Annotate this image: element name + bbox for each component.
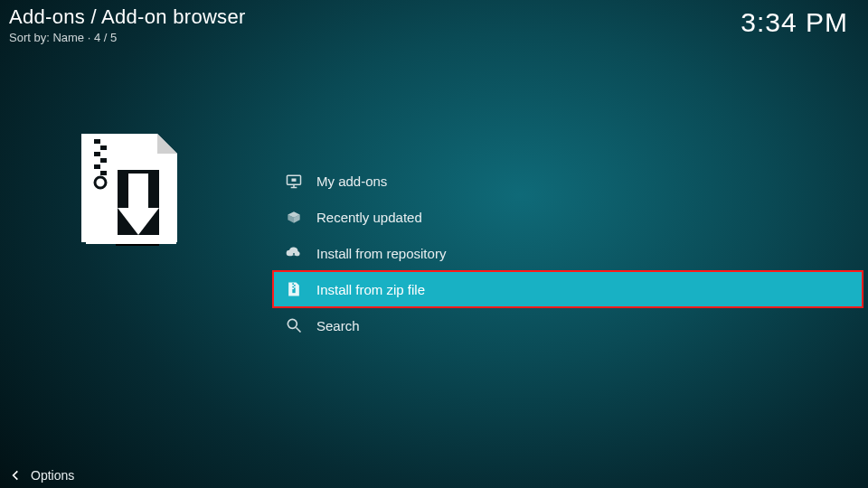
menu-item-search[interactable]: Search — [273, 307, 863, 343]
clock: 3:34 PM — [741, 7, 848, 38]
svg-rect-25 — [159, 166, 163, 242]
menu-item-label: Recently updated — [316, 210, 422, 225]
zip-file-icon — [284, 279, 304, 299]
svg-point-36 — [288, 319, 297, 328]
addon-browser-menu: My add-ons Recently updated Install from… — [273, 163, 863, 343]
menu-item-install-from-zip[interactable]: Install from zip file — [273, 271, 863, 307]
sort-value: Name — [52, 31, 84, 44]
svg-rect-15 — [94, 152, 100, 156]
cloud-download-icon — [284, 243, 304, 263]
menu-item-label: Search — [316, 318, 360, 333]
svg-rect-22 — [128, 174, 148, 208]
sort-prefix: Sort by: — [9, 31, 52, 44]
svg-rect-32 — [294, 285, 296, 286]
list-position: 4 / 5 — [94, 31, 117, 44]
svg-line-37 — [297, 328, 301, 333]
svg-rect-35 — [292, 289, 295, 293]
svg-rect-16 — [100, 158, 107, 163]
svg-rect-18 — [100, 171, 107, 175]
svg-rect-30 — [292, 179, 297, 182]
svg-rect-13 — [94, 139, 100, 144]
svg-rect-14 — [100, 145, 107, 150]
svg-rect-17 — [94, 164, 100, 169]
menu-item-install-from-repository[interactable]: Install from repository — [273, 235, 863, 271]
svg-rect-33 — [292, 286, 294, 288]
menu-item-label: My add-ons — [316, 174, 387, 189]
chevron-left-icon — [9, 468, 24, 483]
svg-rect-31 — [292, 283, 294, 285]
monitor-addon-icon — [284, 171, 304, 191]
svg-rect-34 — [294, 287, 296, 289]
open-box-icon — [284, 207, 304, 227]
search-icon — [284, 315, 304, 335]
sort-line: Sort by: Name · 4 / 5 — [9, 31, 246, 44]
menu-item-my-addons[interactable]: My add-ons — [273, 163, 863, 199]
options-label: Options — [31, 468, 74, 483]
options-button[interactable]: Options — [9, 468, 74, 483]
svg-rect-23 — [114, 166, 163, 170]
svg-rect-26 — [81, 239, 177, 242]
breadcrumb: Add-ons / Add-on browser — [9, 5, 246, 29]
zip-install-icon — [63, 127, 190, 257]
header: Add-ons / Add-on browser Sort by: Name ·… — [9, 5, 246, 44]
svg-rect-24 — [114, 166, 118, 242]
menu-item-label: Install from repository — [316, 246, 446, 261]
menu-item-recently-updated[interactable]: Recently updated — [273, 199, 863, 235]
sort-separator: · — [88, 31, 94, 44]
menu-item-label: Install from zip file — [316, 282, 425, 297]
